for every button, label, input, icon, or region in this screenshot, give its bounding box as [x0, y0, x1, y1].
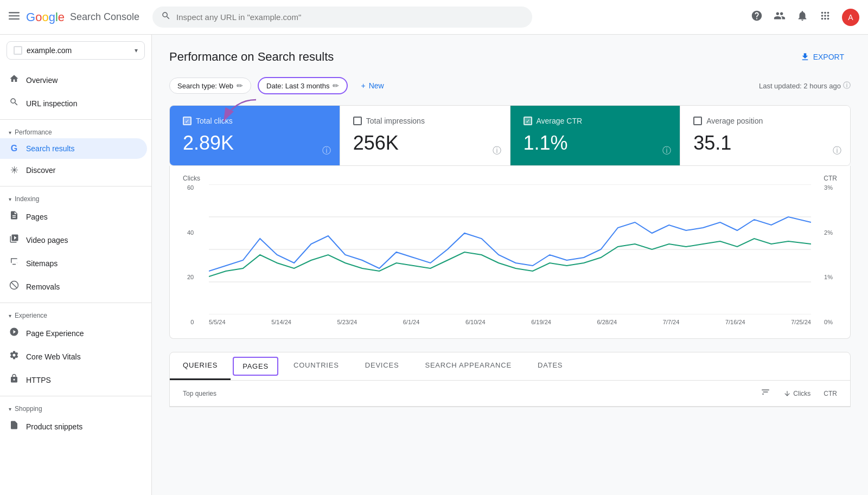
apps-icon[interactable] — [819, 10, 831, 24]
property-selector[interactable]: example.com ▾ — [7, 41, 145, 60]
info-icon-position[interactable]: ⓘ — [833, 145, 841, 157]
help-icon[interactable] — [751, 10, 763, 24]
metric-label-position: Average position — [706, 117, 763, 125]
y-axis-left: 6040200 — [187, 184, 194, 325]
search-bar[interactable] — [152, 7, 532, 28]
section-performance[interactable]: ▾ Performance — [0, 124, 151, 138]
search-input[interactable] — [176, 12, 524, 22]
sidebar-item-url-inspection[interactable]: URL inspection — [0, 92, 147, 115]
notifications-icon[interactable] — [796, 10, 808, 24]
col-clicks[interactable]: Clicks — [783, 390, 810, 397]
col-queries[interactable]: Top queries — [183, 390, 216, 397]
sidebar-url-inspection-label: URL inspection — [26, 99, 77, 108]
section-indexing-label: Indexing — [15, 195, 39, 203]
svg-rect-2 — [9, 18, 20, 20]
tab-devices-label: DEVICES — [365, 361, 399, 369]
sitemaps-icon — [9, 257, 20, 269]
app-name: Search Console — [70, 11, 139, 23]
sidebar-pages-label: Pages — [26, 213, 48, 221]
sidebar-video-pages-label: Video pages — [26, 236, 68, 245]
metrics-section: Total clicks 2.89K ⓘ Total impressions 2… — [169, 105, 851, 166]
tab-dates[interactable]: DATES — [525, 352, 576, 380]
metric-value-clicks: 2.89K — [183, 132, 327, 155]
tab-pages[interactable]: PAGES — [233, 357, 278, 376]
chart-wrapper: 6040200 3%2%1%0% — [209, 184, 811, 325]
tab-search-appearance-label: SEARCH APPEARANCE — [425, 361, 512, 369]
tab-queries[interactable]: QUERIES — [170, 352, 231, 380]
menu-icon[interactable] — [9, 10, 20, 24]
video-icon — [9, 234, 20, 246]
page-experience-icon — [9, 327, 20, 339]
chart-container: Clicks CTR 6040200 3%2%1%0% — [169, 166, 851, 339]
tabs-container: QUERIES PAGES COUNTRIES DEVICES SEARCH A… — [169, 352, 851, 407]
sidebar-item-pages[interactable]: Pages — [0, 205, 147, 228]
core-web-vitals-icon — [9, 350, 20, 363]
property-name: example.com — [27, 46, 130, 55]
metric-check-ctr — [524, 117, 532, 125]
info-icon-impressions[interactable]: ⓘ — [493, 145, 501, 157]
edit-icon: ✏ — [237, 81, 243, 90]
chevron-down-icon: ▾ — [135, 47, 138, 54]
lock-icon — [9, 374, 20, 386]
collapse-icon-3: ▾ — [9, 313, 11, 319]
sidebar-search-results-label: Search results — [26, 144, 74, 153]
metric-average-position[interactable]: Average position 35.1 ⓘ — [680, 106, 850, 165]
pages-icon — [9, 210, 20, 223]
sidebar-item-discover[interactable]: ✳ Discover — [0, 159, 147, 182]
account-management-icon[interactable] — [774, 10, 786, 24]
page-header: Performance on Search results EXPORT — [169, 48, 851, 66]
metric-value-ctr: 1.1% — [524, 132, 667, 155]
metric-total-clicks[interactable]: Total clicks 2.89K ⓘ — [170, 106, 340, 165]
date-filter[interactable]: Date: Last 3 months ✏ — [258, 77, 348, 94]
info-icon-clicks[interactable]: ⓘ — [322, 145, 331, 157]
export-button[interactable]: EXPORT — [794, 48, 851, 66]
removals-icon — [9, 280, 20, 293]
sidebar-item-product-snippets[interactable]: Product snippets — [0, 415, 147, 420]
tab-dates-label: DATES — [538, 361, 563, 369]
app-logo: Google Search Console — [26, 10, 139, 24]
sidebar-item-page-experience[interactable]: Page Experience — [0, 322, 147, 345]
search-type-filter[interactable]: Search type: Web ✏ — [169, 78, 251, 94]
metric-average-ctr[interactable]: Average CTR 1.1% ⓘ — [510, 106, 681, 165]
sidebar-discover-label: Discover — [26, 166, 55, 175]
tab-queries-label: QUERIES — [183, 361, 218, 369]
col-ctr[interactable]: CTR — [824, 390, 837, 397]
avatar[interactable]: A — [842, 9, 859, 26]
tab-devices[interactable]: DEVICES — [352, 352, 412, 380]
metric-label-ctr: Average CTR — [537, 117, 583, 125]
section-shopping[interactable]: ▾ Shopping — [0, 401, 151, 415]
metric-total-impressions[interactable]: Total impressions 256K ⓘ — [340, 106, 510, 165]
section-indexing[interactable]: ▾ Indexing — [0, 191, 151, 205]
sidebar-item-search-results[interactable]: G Search results — [0, 138, 147, 159]
tab-countries[interactable]: COUNTRIES — [280, 352, 352, 380]
section-experience[interactable]: ▾ Experience — [0, 307, 151, 322]
collapse-icon-4: ▾ — [9, 406, 11, 412]
metric-header-position: Average position — [693, 117, 837, 125]
page-title: Performance on Search results — [169, 50, 334, 64]
svg-rect-0 — [9, 12, 20, 13]
last-updated: Last updated: 2 hours ago ⓘ — [759, 81, 851, 91]
x-axis: 5/5/245/14/245/23/246/1/246/10/246/19/24… — [209, 319, 811, 325]
info-icon-ctr[interactable]: ⓘ — [662, 145, 671, 157]
google-g-icon: G — [9, 144, 20, 153]
divider-4 — [0, 396, 151, 396]
tab-search-appearance[interactable]: SEARCH APPEARANCE — [412, 352, 525, 380]
sidebar-https-label: HTTPS — [26, 376, 51, 384]
export-label: EXPORT — [813, 53, 844, 61]
tabs: QUERIES PAGES COUNTRIES DEVICES SEARCH A… — [170, 352, 850, 381]
section-performance-label: Performance — [15, 128, 52, 136]
filter-icon[interactable] — [761, 387, 770, 400]
sidebar-item-core-web-vitals[interactable]: Core Web Vitals — [0, 345, 147, 368]
sidebar-item-video-pages[interactable]: Video pages — [0, 228, 147, 252]
divider-2 — [0, 186, 151, 187]
sidebar-item-https[interactable]: HTTPS — [0, 368, 147, 391]
tab-countries-label: COUNTRIES — [293, 361, 339, 369]
metric-header-impressions: Total impressions — [353, 117, 497, 125]
metrics-cards: Total clicks 2.89K ⓘ Total impressions 2… — [169, 105, 851, 166]
sidebar-item-removals[interactable]: Removals — [0, 275, 147, 298]
sidebar-item-sitemaps[interactable]: Sitemaps — [0, 252, 147, 275]
main-content: Performance on Search results EXPORT Sea… — [152, 35, 868, 420]
sidebar-item-overview[interactable]: Overview — [0, 68, 147, 92]
last-updated-text: Last updated: 2 hours ago — [759, 82, 841, 90]
new-filter-button[interactable]: + New — [354, 78, 390, 93]
